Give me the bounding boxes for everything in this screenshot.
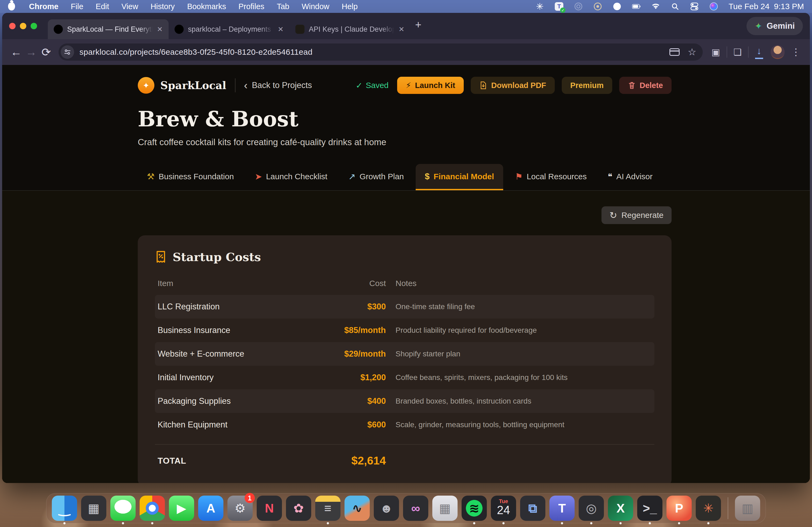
download-pdf-button[interactable]: Download PDF bbox=[471, 77, 555, 94]
header-divider bbox=[235, 78, 235, 92]
downloads-icon[interactable]: ↓ bbox=[755, 45, 763, 59]
notes-icon[interactable]: ≡ bbox=[315, 496, 340, 521]
photos-icon[interactable]: ✿ bbox=[286, 496, 311, 521]
table-row[interactable]: Packaging Supplies $400 Branded boxes, b… bbox=[155, 389, 654, 413]
wave-app-icon[interactable]: ∿ bbox=[345, 496, 370, 521]
creative-cloud-icon[interactable] bbox=[593, 2, 602, 11]
telescope-app-icon[interactable]: ◎ bbox=[579, 496, 604, 521]
menubar-item[interactable]: History bbox=[151, 2, 175, 11]
minimize-window-button[interactable] bbox=[20, 23, 26, 29]
menubar-item[interactable]: View bbox=[121, 2, 138, 11]
remote-app-icon[interactable]: ⧉ bbox=[520, 496, 545, 521]
profile-app-icon[interactable]: ☻ bbox=[374, 496, 399, 521]
table-row[interactable]: Initial Inventory $1,200 Coffee beans, s… bbox=[155, 366, 654, 389]
forward-button[interactable]: → bbox=[24, 46, 39, 59]
sparklocal-logo[interactable]: ✦ bbox=[138, 77, 155, 94]
browser-tab[interactable]: sparklocal – Deployments – V ✕ bbox=[169, 19, 289, 39]
project-tab[interactable]: ⚒ Business Foundation bbox=[138, 164, 243, 190]
address-bar[interactable]: sparklocal.co/projects/6eace8b3-0f25-45f… bbox=[59, 44, 703, 61]
tab-panel: ↻ Regenerate Startup Costs Item Cost Not… bbox=[2, 190, 810, 483]
teams-menu-icon[interactable]: T bbox=[554, 2, 564, 11]
battery-icon[interactable] bbox=[632, 2, 641, 11]
wifi-icon[interactable] bbox=[651, 2, 660, 11]
extensions-icon[interactable]: ▣ bbox=[711, 47, 720, 57]
app-store-icon[interactable]: A bbox=[198, 496, 223, 521]
url-text[interactable]: sparklocal.co/projects/6eace8b3-0f25-45f… bbox=[79, 47, 313, 57]
chrome-icon[interactable] bbox=[140, 496, 165, 521]
delete-label: Delete bbox=[640, 81, 663, 90]
regenerate-button[interactable]: ↻ Regenerate bbox=[601, 206, 671, 224]
claude-icon[interactable]: ✳ bbox=[696, 496, 721, 521]
menubar-item[interactable]: Help bbox=[342, 2, 358, 11]
profile-avatar[interactable] bbox=[771, 45, 785, 59]
claude-menu-icon[interactable]: ✳ bbox=[535, 2, 544, 11]
menubar-item[interactable]: Bookmarks bbox=[187, 2, 226, 11]
total-value: $2,614 bbox=[319, 454, 386, 467]
close-window-button[interactable] bbox=[9, 23, 16, 29]
news-icon[interactable]: N bbox=[257, 496, 282, 521]
finder-icon[interactable]: ‿ bbox=[52, 496, 77, 521]
project-tab[interactable]: ❝ AI Advisor bbox=[598, 164, 662, 190]
teams-icon[interactable]: T bbox=[549, 496, 575, 521]
control-center-icon[interactable] bbox=[690, 2, 699, 11]
facetime-icon[interactable]: ▶ bbox=[169, 496, 194, 521]
browser-tab[interactable]: SparkLocal — Find Everything ✕ bbox=[48, 19, 169, 39]
reload-button[interactable]: ⟳ bbox=[39, 46, 54, 59]
site-settings-icon[interactable] bbox=[61, 45, 74, 59]
dock-divider[interactable] bbox=[728, 497, 728, 519]
search-tabs-icon[interactable]: ❏ bbox=[734, 47, 742, 57]
play-circle-icon[interactable] bbox=[612, 2, 622, 11]
new-tab-button[interactable]: + bbox=[415, 19, 421, 31]
trash-icon[interactable]: ▥ bbox=[735, 496, 760, 521]
row-cost: $400 bbox=[319, 396, 386, 406]
menubar-item[interactable]: Profiles bbox=[238, 2, 264, 11]
spotify-icon[interactable]: ≋ bbox=[462, 496, 487, 521]
menubar-item[interactable]: Chrome bbox=[29, 2, 59, 11]
payment-methods-icon[interactable] bbox=[669, 48, 680, 56]
infinity-app-icon[interactable]: ∞ bbox=[403, 496, 428, 521]
calendar-icon[interactable]: Tue 24 bbox=[491, 496, 516, 521]
menubar-item[interactable]: Edit bbox=[96, 2, 109, 11]
table-row[interactable]: LLC Registration $300 One-time state fil… bbox=[155, 295, 654, 318]
menubar-item[interactable]: File bbox=[71, 2, 84, 11]
browser-menu-icon[interactable]: ⋮ bbox=[791, 46, 801, 58]
menubar-item[interactable]: Tab bbox=[277, 2, 289, 11]
project-tab[interactable]: ➤ Launch Checklist bbox=[246, 164, 336, 190]
table-row[interactable]: Website + E-commerce $29/month Shopify s… bbox=[155, 342, 654, 366]
table-row[interactable]: Kitchen Equipment $600 Scale, grinder, m… bbox=[155, 413, 654, 437]
calculator-icon[interactable]: ▦ bbox=[432, 496, 458, 521]
tab-close-icon[interactable]: ✕ bbox=[278, 25, 284, 33]
launch-kit-button[interactable]: ⚡ Launch Kit bbox=[397, 77, 464, 94]
maximize-window-button[interactable] bbox=[31, 23, 37, 29]
tab-close-icon[interactable]: ✕ bbox=[157, 25, 163, 33]
row-item: Initial Inventory bbox=[158, 373, 319, 382]
premium-button[interactable]: Premium bbox=[562, 77, 612, 94]
back-to-projects-link[interactable]: ‹ Back to Projects bbox=[244, 80, 312, 91]
check-icon: ✓ bbox=[356, 81, 362, 90]
search-icon[interactable] bbox=[670, 2, 680, 11]
delete-button[interactable]: Delete bbox=[619, 77, 671, 94]
siri-icon[interactable] bbox=[709, 2, 718, 11]
cost-table: LLC Registration $300 One-time state fil… bbox=[155, 295, 654, 437]
powerpoint-icon[interactable]: P bbox=[666, 496, 692, 521]
tab-close-icon[interactable]: ✕ bbox=[398, 25, 404, 33]
messages-icon[interactable] bbox=[110, 496, 135, 521]
project-tab[interactable]: ↗ Growth Plan bbox=[339, 164, 413, 190]
bookmark-star-icon[interactable]: ☆ bbox=[688, 46, 696, 58]
terminal-icon[interactable]: >_ bbox=[637, 496, 663, 521]
excel-icon[interactable]: X bbox=[608, 496, 633, 521]
gemini-button[interactable]: ✦ Gemini bbox=[746, 17, 803, 35]
apple-menu-icon[interactable] bbox=[8, 2, 15, 11]
screen-mirroring-icon[interactable] bbox=[574, 2, 583, 11]
back-button[interactable]: ← bbox=[9, 46, 24, 59]
table-row[interactable]: Business Insurance $85/month Product lia… bbox=[155, 318, 654, 342]
tab-title: API Keys | Claude Developer P bbox=[309, 25, 394, 33]
browser-tab[interactable]: API Keys | Claude Developer P ✕ bbox=[289, 19, 410, 39]
tab-strip: SparkLocal — Find Everything ✕ sparkloca… bbox=[2, 13, 810, 39]
launchpad-icon[interactable]: ▦ bbox=[81, 496, 106, 521]
settings-icon[interactable]: ⚙ 1 bbox=[228, 496, 253, 521]
menubar-item[interactable]: Window bbox=[302, 2, 329, 11]
project-tab[interactable]: $ Financial Model bbox=[416, 164, 503, 190]
project-subtitle: Craft coffee cocktail kits for creating … bbox=[138, 137, 671, 147]
project-tab[interactable]: ⚑ Local Resources bbox=[506, 164, 596, 190]
